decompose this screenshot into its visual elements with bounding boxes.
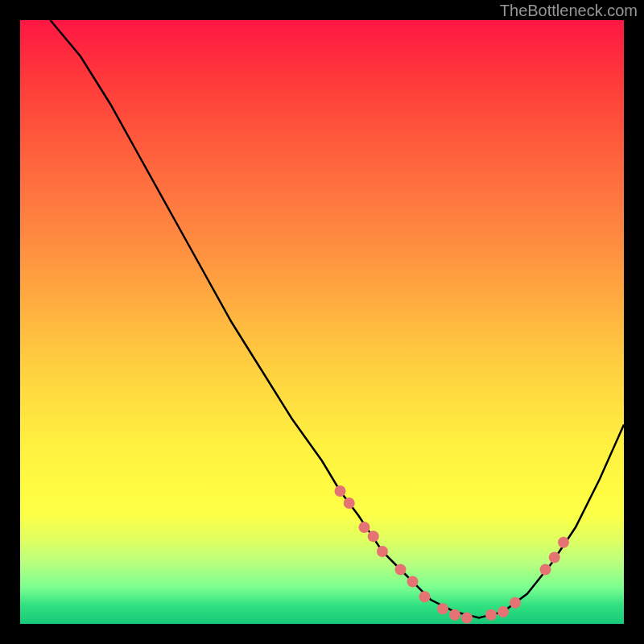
bottleneck-curve (51, 20, 625, 618)
data-marker (510, 597, 521, 609)
data-marker (407, 576, 419, 588)
data-marker (449, 609, 460, 621)
chart-svg (20, 20, 624, 624)
data-marker (485, 609, 497, 621)
data-marker (549, 552, 560, 564)
data-marker (540, 564, 551, 576)
data-marker (335, 485, 346, 497)
data-marker (558, 537, 569, 548)
data-marker (395, 564, 407, 576)
data-marker (419, 591, 431, 602)
data-marker (359, 522, 370, 533)
chart-plot-area (20, 20, 624, 624)
data-marker (497, 606, 509, 617)
data-marker (461, 613, 473, 624)
data-marker (368, 530, 379, 542)
data-marker (344, 497, 355, 509)
watermark-text: TheBottleneck.com (500, 2, 638, 20)
data-marker (377, 546, 388, 557)
data-marker (437, 603, 448, 614)
data-markers-group (335, 485, 570, 624)
